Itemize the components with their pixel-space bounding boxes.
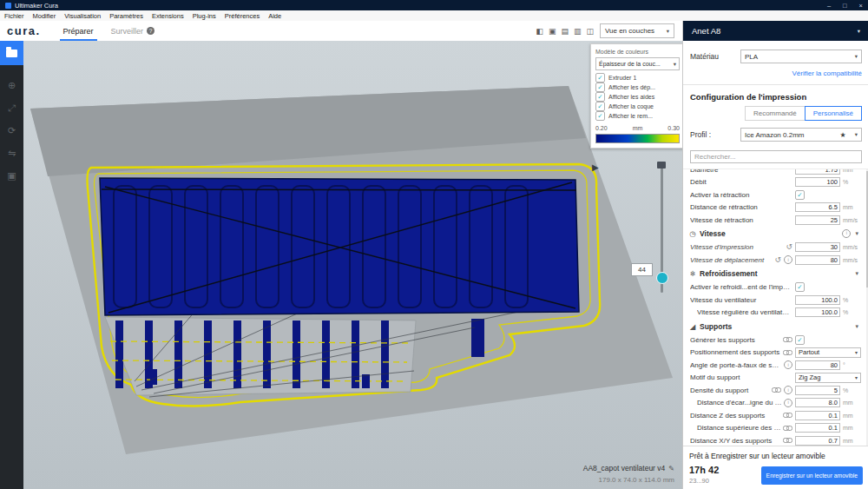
menu-item[interactable]: Extensions	[152, 12, 184, 20]
mirror-tool-icon[interactable]: ⇋	[0, 145, 23, 161]
chevron-down-icon[interactable]: ▾	[855, 230, 858, 237]
layer-play-button[interactable]: ▶	[592, 163, 599, 172]
layer-view-option[interactable]: ✓Afficher le rem...	[595, 111, 680, 121]
setting-value-field[interactable]: 0.1	[795, 423, 840, 433]
menu-item[interactable]: Plug-ins	[193, 12, 216, 20]
scale-tool-icon[interactable]: ⤢	[0, 100, 23, 116]
layer-view-option[interactable]: ✓Extruder 1	[595, 73, 680, 83]
setting-value-field[interactable]: 6.5	[795, 202, 840, 212]
setting-value-field[interactable]: 80	[795, 255, 840, 265]
chevron-down-icon[interactable]: ▾	[855, 323, 858, 330]
setting-checkbox[interactable]: ✓	[795, 282, 805, 292]
settings-scroll-area[interactable]: Diamètre1.75mmDébit100%Activer la rétrac…	[683, 169, 868, 446]
menu-item[interactable]: Fichier	[4, 12, 24, 20]
checkbox[interactable]: ✓	[595, 73, 605, 83]
menu-item[interactable]: Modifier	[33, 12, 56, 20]
rotate-tool-icon[interactable]: ⟳	[0, 122, 23, 138]
settings-category[interactable]: ◢Supports▾	[683, 319, 865, 334]
settings-category[interactable]: ❄Refroidissement▾	[683, 267, 865, 281]
tab-prepare[interactable]: Préparer	[55, 21, 102, 41]
menu-item[interactable]: Aide	[268, 12, 281, 20]
chevron-down-icon[interactable]: ▾	[855, 270, 858, 277]
setting-row[interactable]: Angle de porte-à-faux de supporti80°	[683, 359, 865, 372]
color-scheme-dropdown[interactable]: Épaisseur de la couc... ▾	[595, 57, 680, 70]
setting-row[interactable]: Activer la rétraction✓	[683, 188, 865, 202]
setting-row[interactable]: Distance X/Y des supports0.7mm	[683, 434, 865, 446]
setting-row[interactable]: Vitesse du ventilateur100.0%	[683, 294, 865, 307]
setting-value-field[interactable]: 100.0	[795, 295, 840, 305]
camera-view-icon[interactable]: ◧	[536, 27, 543, 36]
layer-view-option[interactable]: ✓Afficher les dép...	[595, 83, 680, 92]
setting-row[interactable]: Distance Z des supports0.1mm	[683, 409, 865, 422]
save-to-removable-button[interactable]: Enregistrer sur un lecteur amovible	[761, 466, 863, 485]
setting-value-field[interactable]: 8.0	[795, 398, 840, 407]
setting-row[interactable]: Activer le refroidi...ent de l'impressio…	[683, 281, 865, 294]
printer-selector[interactable]: Anet A8 ▾	[683, 21, 868, 41]
layer-view-option-label: Afficher les aides	[608, 94, 654, 100]
setting-row[interactable]: Positionnement des supportsPartout▾	[683, 347, 865, 360]
setting-value-field[interactable]: 0.7	[795, 436, 840, 446]
check-compatibility-link[interactable]: Vérifier la compatibilité	[683, 65, 868, 84]
viewport-3d[interactable]: Modèle de couleurs Épaisseur de la couc.…	[23, 41, 682, 489]
setting-dropdown[interactable]: Partout▾	[795, 347, 861, 358]
setting-value-field[interactable]: 25	[795, 215, 840, 225]
setting-row[interactable]: Densité du supporti5%	[683, 384, 865, 397]
setting-value-field[interactable]: 1.75	[795, 169, 840, 175]
setting-row[interactable]: Vitesse de déplacement↺i80mm/s	[683, 254, 865, 267]
setting-checkbox[interactable]: ✓	[795, 335, 805, 345]
setting-value-field[interactable]: 30	[795, 242, 840, 252]
model-list-icon[interactable]: ▥	[574, 27, 582, 36]
settings-category[interactable]: ◷Vitessei▾	[683, 227, 865, 241]
reset-icon[interactable]: ↺	[774, 256, 781, 264]
layer-view-option[interactable]: ✓Afficher la coque	[595, 102, 680, 111]
maximize-button[interactable]: □	[843, 2, 847, 10]
cura-window: Ultimaker Cura – □ × FichierModifierVisu…	[0, 0, 868, 489]
xray-view-icon[interactable]: ◫	[586, 27, 594, 36]
setting-row[interactable]: Distance d'écar...igne du supporti8.0mm	[683, 397, 865, 410]
setting-row[interactable]: Motif du supportZig Zag▾	[683, 372, 865, 385]
setting-value-field[interactable]: 80	[795, 360, 840, 370]
tab-monitor[interactable]: Surveiller ?	[102, 21, 164, 41]
setting-row[interactable]: Distance supérieure des supports0.1mm	[683, 422, 865, 435]
setting-row[interactable]: Débit100%	[683, 176, 865, 189]
setting-row[interactable]: Vitesse d'impression↺30mm/s	[683, 241, 865, 254]
setting-row[interactable]: Vitesse de rétraction25mm/s	[683, 214, 865, 227]
setting-value-field[interactable]: 100	[795, 177, 840, 187]
profile-dropdown[interactable]: Ice Amazon 0.2mm ★ ▾	[740, 128, 862, 142]
menu-item[interactable]: Paramètres	[109, 12, 143, 20]
rename-pencil-icon[interactable]: ✎	[668, 465, 674, 472]
setting-row[interactable]: Vitesse régulière du ventilateur100.0%	[683, 307, 865, 320]
checkbox[interactable]: ✓	[595, 92, 605, 102]
snapshot-icon[interactable]: ▣	[549, 27, 556, 36]
setting-checkbox[interactable]: ✓	[795, 190, 805, 200]
close-button[interactable]: ×	[859, 2, 863, 10]
setting-value-field[interactable]: 5	[795, 386, 840, 395]
checkbox[interactable]: ✓	[595, 83, 605, 92]
setting-row[interactable]: Diamètre1.75mm	[683, 169, 865, 176]
print-layout-icon[interactable]: ▤	[561, 27, 569, 36]
menu-item[interactable]: Visualisation	[64, 12, 101, 20]
per-model-settings-icon[interactable]: ▣	[0, 168, 23, 183]
settings-search-input[interactable]	[690, 150, 862, 163]
layer-slider-handle[interactable]	[656, 272, 668, 284]
reset-icon[interactable]: ↺	[786, 243, 792, 251]
setting-row[interactable]: Distance de rétraction6.5mm	[683, 202, 865, 215]
view-mode-dropdown[interactable]: Vue en couches ▾	[600, 23, 674, 38]
minimize-button[interactable]: –	[827, 2, 831, 10]
layer-view-option[interactable]: ✓Afficher les aides	[595, 92, 680, 102]
viewport-3d-scene[interactable]	[23, 41, 682, 489]
setting-value-field[interactable]: 0.1	[795, 411, 840, 420]
checkbox[interactable]: ✓	[595, 111, 605, 121]
recommended-mode-button[interactable]: Recommandé	[745, 106, 806, 121]
setting-row[interactable]: Générer les supports✓	[683, 334, 865, 347]
checkbox[interactable]: ✓	[595, 102, 605, 111]
move-tool-icon[interactable]: ⊕	[0, 77, 23, 93]
setting-value-field[interactable]: 100.0	[795, 307, 840, 317]
custom-mode-button[interactable]: Personnalisé	[805, 106, 862, 121]
material-dropdown[interactable]: PLA ▾	[740, 50, 862, 63]
star-icon[interactable]: ★	[837, 131, 850, 139]
layer-slider-top-handle[interactable]	[657, 162, 666, 169]
setting-dropdown[interactable]: Zig Zag▾	[795, 373, 861, 383]
menu-item[interactable]: Préférences	[225, 12, 260, 20]
open-file-button[interactable]	[0, 41, 23, 65]
